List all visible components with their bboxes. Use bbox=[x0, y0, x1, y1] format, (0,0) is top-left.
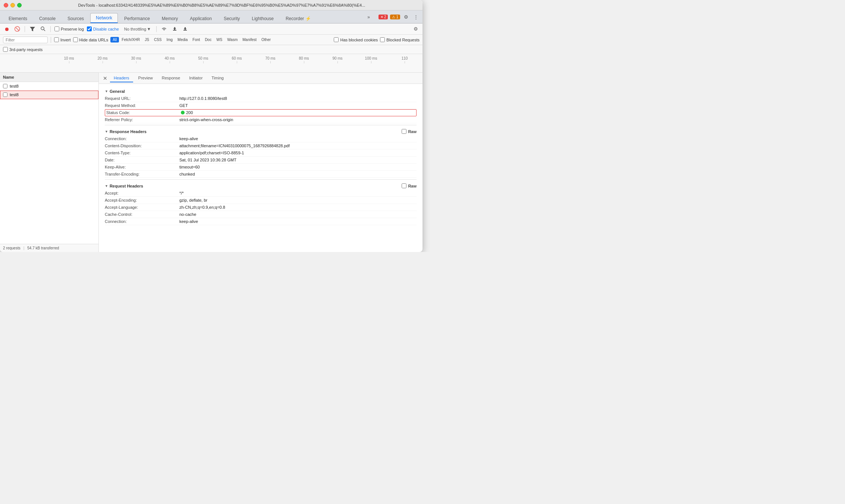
has-blocked-cookies-checkbox[interactable] bbox=[334, 37, 339, 42]
transfer-encoding-value: chunked bbox=[179, 172, 195, 176]
toolbar-divider bbox=[25, 26, 25, 32]
tab-network[interactable]: Network bbox=[90, 13, 118, 23]
tab-lighthouse[interactable]: Lighthouse bbox=[246, 14, 279, 23]
filter-media[interactable]: Media bbox=[175, 37, 190, 42]
tab-memory[interactable]: Memory bbox=[156, 14, 183, 23]
blocked-requests-label[interactable]: Blocked Requests bbox=[380, 37, 420, 42]
filter-icon[interactable] bbox=[29, 25, 36, 33]
content-disposition-value: attachment;filename=ICN40310000075_16879… bbox=[179, 144, 290, 148]
transfer-encoding-row: Transfer-Encoding: chunked bbox=[105, 171, 417, 178]
preserve-log-label[interactable]: Preserve log bbox=[54, 26, 84, 31]
response-headers-section: ▼ Response Headers Raw Connection: keep-… bbox=[105, 127, 417, 178]
tab-console[interactable]: Console bbox=[34, 14, 61, 23]
filter-js[interactable]: JS bbox=[142, 37, 151, 42]
filter-manifest[interactable]: Manifest bbox=[240, 37, 259, 42]
connection-row: Connection: keep-alive bbox=[105, 135, 417, 142]
tab-recorder[interactable]: Recorder ⚡ bbox=[280, 14, 317, 23]
request-url-value: http://127.0.0.1:8080/test8 bbox=[179, 96, 227, 101]
request-checkbox[interactable] bbox=[3, 84, 7, 88]
minimize-button[interactable] bbox=[10, 3, 15, 7]
cache-control-value: no-cache bbox=[179, 212, 196, 217]
network-toolbar: ⏺ 🚫 Preserve log Disable cache No thrott… bbox=[0, 23, 422, 35]
status-dot-icon bbox=[181, 111, 185, 114]
filter-bar: Invert Hide data URLs All Fetch/XHR JS C… bbox=[0, 35, 422, 45]
keep-alive-key: Keep-Alive: bbox=[105, 165, 179, 169]
clear-button[interactable]: 🚫 bbox=[13, 25, 21, 33]
wifi-icon[interactable] bbox=[160, 25, 168, 33]
invert-checkbox[interactable] bbox=[54, 37, 59, 42]
svg-line-2 bbox=[44, 29, 45, 31]
right-panel: ✕ Headers Preview Response Initiator Tim… bbox=[99, 73, 422, 252]
disable-cache-label[interactable]: Disable cache bbox=[87, 26, 119, 31]
hide-data-urls-label[interactable]: Hide data URLs bbox=[73, 37, 109, 42]
keep-alive-row: Keep-Alive: timeout=60 bbox=[105, 164, 417, 171]
filter-css[interactable]: CSS bbox=[152, 37, 164, 42]
tab-performance[interactable]: Performance bbox=[119, 14, 156, 23]
has-blocked-cookies-label[interactable]: Has blocked cookies bbox=[334, 37, 378, 42]
filter-img[interactable]: Img bbox=[164, 37, 175, 42]
close-button[interactable] bbox=[4, 3, 8, 7]
settings-icon[interactable]: ⚙ bbox=[402, 13, 410, 21]
title-bar: DevTools - localhost:63342/4148339%E5%AE… bbox=[0, 0, 422, 10]
window-title: DevTools - localhost:63342/4148339%E5%AE… bbox=[25, 3, 419, 7]
maximize-button[interactable] bbox=[17, 3, 22, 7]
detail-tab-response[interactable]: Response bbox=[158, 74, 184, 82]
hide-data-urls-checkbox[interactable] bbox=[73, 37, 78, 42]
tab-sources[interactable]: Sources bbox=[62, 14, 89, 23]
filter-input[interactable] bbox=[3, 37, 48, 43]
detail-tab-initiator[interactable]: Initiator bbox=[185, 74, 206, 82]
request-url-row: Request URL: http://127.0.0.1:8080/test8 bbox=[105, 95, 417, 102]
date-row: Date: Sat, 01 Jul 2023 10:36:28 GMT bbox=[105, 157, 417, 164]
preserve-log-checkbox[interactable] bbox=[54, 26, 59, 31]
filter-other[interactable]: Other bbox=[259, 37, 273, 42]
request-name-selected: test8 bbox=[10, 92, 95, 97]
more-options-icon[interactable]: ⋮ bbox=[412, 13, 420, 21]
section-divider-1 bbox=[105, 125, 417, 125]
ruler-mark-70ms: 70 ms bbox=[254, 56, 287, 63]
filter-ws[interactable]: WS bbox=[214, 37, 224, 42]
detail-tab-headers[interactable]: Headers bbox=[110, 74, 133, 82]
third-party-checkbox[interactable] bbox=[3, 47, 8, 52]
upload-icon[interactable] bbox=[171, 25, 178, 33]
network-settings-icon[interactable]: ⚙ bbox=[412, 25, 420, 33]
connection-value: keep-alive bbox=[179, 136, 198, 141]
tab-security[interactable]: Security bbox=[218, 14, 245, 23]
third-party-bar: 3rd-party requests bbox=[0, 45, 422, 54]
request-item-test8-selected[interactable]: test8 bbox=[0, 91, 98, 99]
blocked-requests-checkbox[interactable] bbox=[380, 37, 385, 42]
request-raw-checkbox[interactable] bbox=[402, 183, 406, 188]
cache-control-row: Cache-Control: no-cache bbox=[105, 211, 417, 218]
svg-marker-0 bbox=[30, 27, 35, 31]
tab-application[interactable]: Application bbox=[184, 14, 217, 23]
disable-cache-checkbox[interactable] bbox=[87, 26, 92, 31]
detail-tab-timing[interactable]: Timing bbox=[208, 74, 227, 82]
more-tabs-button[interactable]: » bbox=[362, 12, 376, 22]
ruler-mark-80ms: 80 ms bbox=[287, 56, 321, 63]
status-code-row: Status Code: 200 bbox=[105, 109, 417, 116]
accept-value: */* bbox=[179, 191, 184, 195]
third-party-label[interactable]: 3rd-party requests bbox=[3, 47, 43, 52]
filter-wasm[interactable]: Wasm bbox=[225, 37, 240, 42]
filter-font[interactable]: Font bbox=[190, 37, 202, 42]
request-item-test8-first[interactable]: test8 bbox=[0, 82, 98, 91]
detail-tab-preview[interactable]: Preview bbox=[135, 74, 157, 82]
filter-fetch-xhr[interactable]: Fetch/XHR bbox=[119, 37, 142, 42]
devtools-window: DevTools - localhost:63342/4148339%E5%AE… bbox=[0, 0, 422, 252]
response-raw-checkbox[interactable] bbox=[402, 129, 406, 134]
download-icon[interactable] bbox=[181, 25, 189, 33]
stop-recording-button[interactable]: ⏺ bbox=[3, 25, 10, 33]
warn-badge: ⚠ 1 bbox=[390, 15, 400, 19]
traffic-lights bbox=[4, 3, 22, 7]
tabs-right: » ✕ 2 ⚠ 1 ⚙ ⋮ bbox=[362, 12, 420, 23]
request-raw-label[interactable]: Raw bbox=[402, 183, 417, 188]
invert-label[interactable]: Invert bbox=[54, 37, 71, 42]
request-checkbox-selected[interactable] bbox=[3, 92, 7, 97]
tab-elements[interactable]: Elements bbox=[3, 14, 33, 23]
close-detail-button[interactable]: ✕ bbox=[102, 75, 109, 82]
filter-doc[interactable]: Doc bbox=[202, 37, 214, 42]
filter-all[interactable]: All bbox=[110, 37, 119, 42]
throttle-selector[interactable]: No throttling ▾ bbox=[122, 25, 153, 33]
request-headers-triangle-icon: ▼ bbox=[105, 184, 108, 188]
search-icon[interactable] bbox=[39, 25, 47, 33]
response-raw-label[interactable]: Raw bbox=[402, 129, 417, 134]
